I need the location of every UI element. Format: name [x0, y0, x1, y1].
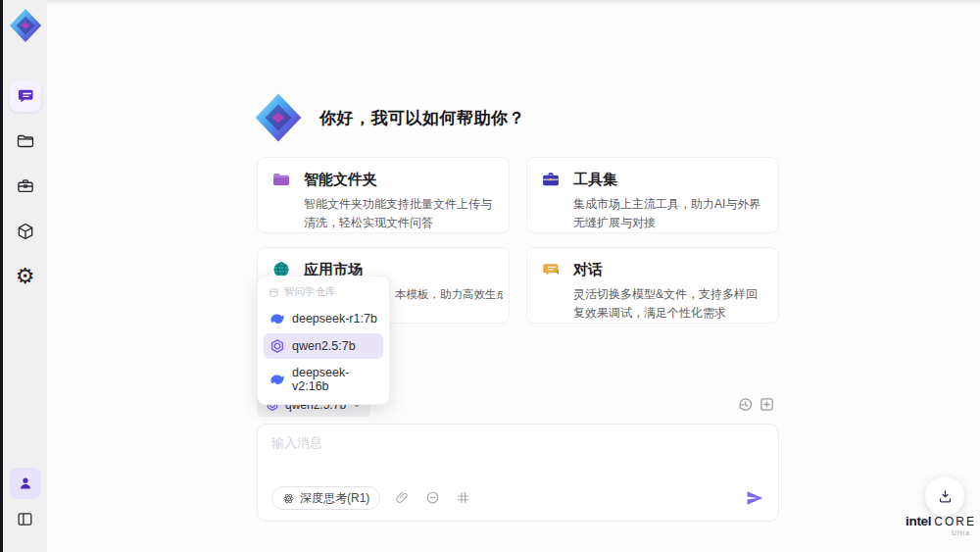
card-description: 集成市场上主流工具，助力AI与外界无缝扩展与对接 — [573, 195, 764, 231]
folder-icon — [16, 131, 35, 151]
model-option-deepseek-v2[interactable]: deepseek-v2:16b — [264, 361, 383, 398]
card-conversation[interactable]: 对话 灵活切换多模型&文件，支持多样回复效果调试，满足个性化需求 — [526, 247, 779, 324]
circle-dash-icon[interactable] — [425, 490, 441, 506]
sidebar-item-settings[interactable]: ⚙ — [10, 261, 41, 292]
cube-icon — [16, 222, 35, 241]
intel-logo-text: intel — [906, 514, 931, 528]
greeting-text: 你好，我可以如何帮助你？ — [319, 107, 525, 129]
sidebar-item-toolbox[interactable] — [10, 171, 41, 202]
greeting-row: 你好，我可以如何帮助你？ — [253, 92, 525, 143]
chat-input[interactable] — [271, 434, 764, 474]
chat-bubble-icon — [541, 260, 561, 279]
deepseek-whale-icon — [270, 372, 285, 387]
repository-icon — [269, 287, 279, 298]
gear-icon: ⚙ — [16, 266, 35, 287]
qwen-icon — [270, 338, 285, 354]
chat-input-box: 深度思考(R1) — [257, 424, 779, 522]
model-dropdown-header: 智问学仓库 — [264, 282, 383, 304]
model-dropdown-header-label: 智问学仓库 — [284, 285, 336, 299]
ultra-logo-text: Ultra — [909, 529, 972, 536]
send-icon[interactable] — [745, 488, 764, 508]
model-option-deepseek-r1[interactable]: deepseek-r1:7b — [264, 306, 383, 331]
deepseek-whale-icon — [270, 311, 285, 326]
atom-icon — [282, 492, 295, 505]
model-dropdown: 智问学仓库 deepseek-r1:7b qwen2.5:7b — [257, 276, 390, 405]
deep-think-label: 深度思考(R1) — [300, 490, 369, 507]
folder-icon — [271, 170, 291, 189]
model-option-label: qwen2.5:7b — [292, 339, 356, 353]
model-option-qwen[interactable]: qwen2.5:7b — [264, 333, 383, 359]
card-title: 工具集 — [573, 171, 617, 189]
sidebar-item-models[interactable] — [10, 216, 41, 247]
card-description: 智能文件夹功能支持批量文件上传与清洗，轻松实现文件问答 — [304, 195, 495, 231]
history-icon[interactable] — [737, 396, 754, 413]
app-logo-icon — [8, 8, 43, 43]
deep-think-toggle[interactable]: 深度思考(R1) — [271, 486, 380, 510]
sidebar-item-account[interactable] — [10, 468, 41, 499]
card-toolset[interactable]: 工具集 集成市场上主流工具，助力AI与外界无缝扩展与对接 — [526, 157, 779, 233]
paperclip-icon[interactable] — [395, 490, 411, 506]
model-option-label: deepseek-r1:7b — [292, 312, 377, 326]
sidebar-item-folders[interactable] — [10, 125, 41, 157]
card-description: 灵活切换多模型&文件，支持多样回复效果调试，满足个性化需求 — [573, 285, 764, 322]
download-button[interactable] — [925, 477, 964, 516]
sidebar: ⚙ — [3, 0, 47, 552]
panel-icon — [16, 510, 34, 528]
app-window: ⚙ — [0, 0, 980, 552]
chat-icon — [16, 86, 35, 106]
model-option-label: deepseek-v2:16b — [292, 366, 377, 393]
top-gradient — [47, 0, 980, 6]
sidebar-item-chat[interactable] — [10, 80, 41, 112]
download-icon — [937, 488, 954, 505]
input-action-row: 深度思考(R1) — [271, 486, 764, 510]
card-title: 对话 — [573, 261, 603, 279]
grid-icon[interactable] — [456, 490, 471, 506]
card-title: 智能文件夹 — [304, 171, 377, 189]
user-icon — [17, 475, 34, 492]
app-logo-large-icon — [253, 92, 304, 143]
briefcase-icon — [16, 176, 35, 196]
card-description-partial: 本模板，助力高效生成多 — [395, 287, 503, 302]
intel-core-badge: intel core Ultra — [909, 514, 972, 536]
new-chat-icon[interactable] — [759, 396, 775, 413]
core-logo-text: core — [934, 515, 976, 528]
card-smart-folder[interactable]: 智能文件夹 智能文件夹功能支持批量文件上传与清洗，轻松实现文件问答 — [257, 157, 510, 233]
briefcase-icon — [541, 170, 561, 189]
sidebar-item-collapse[interactable] — [10, 503, 41, 534]
